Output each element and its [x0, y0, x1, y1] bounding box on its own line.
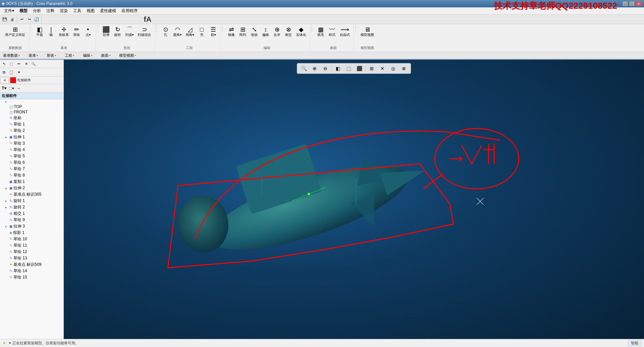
- menu-model[interactable]: 模型: [17, 7, 30, 14]
- menu-annotation[interactable]: 注释: [44, 7, 57, 14]
- tree-item-extrude2[interactable]: ▸ ◼ 拉伸 2: [0, 185, 63, 191]
- btn-intersect[interactable]: ⊗ 相交: [283, 26, 294, 38]
- btn-coord[interactable]: ✛ 坐标系: [57, 26, 71, 38]
- left-btn-delete[interactable]: ✕: [23, 60, 30, 67]
- dropdown-model-view[interactable]: 模型视图 ▾: [118, 52, 138, 59]
- vt-zoom-out[interactable]: ⊖: [321, 64, 330, 72]
- vt-zoom-in[interactable]: ⊕: [310, 64, 319, 72]
- left-btn-format[interactable]: ⬚▾: [8, 85, 15, 92]
- btn-offset[interactable]: ↕ 偏移: [260, 26, 271, 38]
- tree-item-sketch12[interactable]: ✎ 草绘 12: [0, 249, 63, 255]
- tree-item-front[interactable]: ◫ FRONT: [0, 109, 63, 115]
- btn-scale[interactable]: ⤡ 缩放: [249, 26, 260, 38]
- btn-sketch[interactable]: ✏ 草绘: [71, 26, 82, 38]
- dropdown-shape[interactable]: 形状 ▾: [45, 52, 58, 59]
- btn-extrude[interactable]: ⬛ 拉伸: [101, 26, 111, 38]
- tree-item-sketch10[interactable]: ✎ 草绘 10: [0, 236, 63, 242]
- left-btn-props[interactable]: 📋: [8, 69, 15, 76]
- regen-btn[interactable]: 🔄: [33, 16, 40, 23]
- close-button[interactable]: ✕: [636, 1, 641, 6]
- tree-item-unknown[interactable]: ▸ ···: [0, 99, 63, 104]
- vt-zoom-fit[interactable]: 🔍: [299, 64, 309, 72]
- tree-item-sketch8[interactable]: ✎ 草绘 8: [0, 172, 63, 179]
- feature-tree[interactable]: ▸ ··· ◫ TOP ◫ FRONT ✛ 坐标: [0, 99, 63, 347]
- dropdown-datum[interactable]: 基准数据 ▾: [1, 52, 21, 59]
- btn-pattern[interactable]: ⊞ 阵列: [237, 26, 248, 38]
- tree-item-sketch13[interactable]: ✎ 草绘 13: [0, 255, 63, 261]
- btn-point[interactable]: • 点▾: [83, 26, 93, 38]
- btn-solidify[interactable]: ◆ 实体化: [294, 26, 308, 38]
- left-btn-select[interactable]: ↖: [1, 60, 7, 67]
- menu-render[interactable]: 渲染: [57, 7, 71, 14]
- tree-item-sketch11[interactable]: ✎ 草绘 11: [0, 242, 63, 249]
- vt-orient[interactable]: ⊞: [367, 64, 376, 72]
- tree-item-datum305[interactable]: ✦ 基准点 标识305: [0, 191, 63, 198]
- tree-item-extrude1[interactable]: ▸ ◼ 拉伸 1: [0, 134, 63, 140]
- btn-shell[interactable]: □ 壳: [196, 26, 207, 38]
- btn-user-feature[interactable]: ⊞ 用户定义特征: [3, 26, 27, 38]
- dropdown-surface[interactable]: 曲面 ▾: [99, 52, 112, 59]
- btn-free-form[interactable]: ⟿ 自由式: [338, 26, 352, 38]
- vt-more[interactable]: ⊗: [399, 64, 409, 72]
- vt-repaint[interactable]: ◧: [333, 64, 342, 72]
- pen-size-input[interactable]: [1, 77, 9, 83]
- tree-item-sketch15[interactable]: ✎ 草绘 15: [0, 274, 63, 281]
- tree-item-sketch4[interactable]: ✎ 草绘 4: [0, 147, 63, 153]
- tree-item-sketch6[interactable]: ✎ 草绘 6: [0, 159, 63, 166]
- btn-merge[interactable]: ⊕ 合并: [272, 26, 282, 38]
- menu-view[interactable]: 视图: [84, 7, 97, 14]
- tree-item-revolve2[interactable]: ▸ ↻ 旋转 2: [0, 204, 63, 210]
- vt-shade[interactable]: ⬛: [355, 64, 364, 72]
- quick-print-btn[interactable]: 🖨: [9, 16, 15, 23]
- btn-fill[interactable]: ▦ 填充: [315, 26, 326, 38]
- tree-item-extrude3[interactable]: ▸ ◼ 拉伸 3: [0, 223, 63, 230]
- tree-item-sketch3[interactable]: ✎ 草绘 3: [0, 140, 63, 147]
- left-btn-star[interactable]: ✦: [15, 69, 22, 76]
- btn-axis[interactable]: | 轴: [46, 26, 56, 38]
- btn-style[interactable]: 〰 样式: [327, 26, 337, 38]
- menu-tools[interactable]: 工具: [71, 7, 84, 14]
- left-btn-fit[interactable]: ↔: [15, 85, 22, 92]
- tree-item-sketch9[interactable]: ✎ 草绘 9: [0, 217, 63, 223]
- btn-helical[interactable]: ⊃ 扫描混合: [136, 26, 153, 38]
- menu-file[interactable]: 文件▾: [1, 7, 17, 14]
- btn-hole[interactable]: ⊙ 孔: [160, 26, 171, 38]
- quick-save-btn[interactable]: 💾: [1, 16, 8, 23]
- tree-item-datum509[interactable]: ✦ 基准点 标识509: [0, 261, 63, 268]
- tree-item-copy1[interactable]: ◼ 复制 1: [0, 179, 63, 185]
- tree-item-coord[interactable]: ✛ 坐标: [0, 115, 63, 121]
- vt-section[interactable]: ✕: [378, 64, 387, 72]
- menu-analysis[interactable]: 分析: [30, 7, 44, 14]
- undo-btn[interactable]: ↩: [18, 16, 25, 23]
- tree-item-sketch14[interactable]: ✎ 草绘 14: [0, 268, 63, 274]
- tree-item-project1[interactable]: ◈ 投影 1: [0, 230, 63, 236]
- tree-item-sketch5[interactable]: ✎ 草绘 5: [0, 153, 63, 159]
- tree-item-top[interactable]: ◫ TOP: [0, 104, 63, 109]
- maximize-button[interactable]: □: [629, 1, 635, 6]
- btn-sweep[interactable]: ⌒ 扫描▾: [124, 26, 135, 38]
- left-btn-t[interactable]: T▾: [1, 85, 7, 92]
- vt-perspective[interactable]: ⬚: [344, 64, 353, 72]
- color-red[interactable]: [10, 77, 16, 83]
- btn-plane[interactable]: ◧ 平面: [34, 26, 45, 38]
- viewport[interactable]: 🔍 ⊕ ⊖ ◧ ⬚ ⬛ ⊞ ✕ ◎ ⊗: [64, 60, 644, 347]
- btn-chamfer[interactable]: ◿ 倒角▾: [184, 26, 196, 38]
- dropdown-engineering[interactable]: 工程 ▾: [63, 52, 76, 59]
- menu-flexible[interactable]: 柔性建模: [97, 7, 119, 14]
- btn-rib[interactable]: ☰ 筋▾: [208, 26, 219, 38]
- vt-appear[interactable]: ◎: [388, 64, 398, 72]
- minimize-button[interactable]: —: [623, 1, 628, 6]
- left-btn-paint[interactable]: ✏: [15, 60, 22, 67]
- dropdown-edit[interactable]: 编辑 ▾: [81, 52, 94, 59]
- btn-mirror[interactable]: ⇌ 镜像: [226, 26, 237, 38]
- tree-item-sketch2[interactable]: ✎ 草绘 2: [0, 128, 63, 134]
- btn-revolve[interactable]: ↻ 旋转: [112, 26, 123, 38]
- tree-item-sketch1[interactable]: ✎ 草绘 1: [0, 121, 63, 128]
- left-btn-search[interactable]: 🔍: [30, 60, 37, 67]
- tree-item-intersect1[interactable]: ⊕ 相交 1: [0, 210, 63, 217]
- left-btn-layer[interactable]: ⧉: [1, 69, 7, 76]
- tree-item-sketch7[interactable]: ✎ 草绘 7: [0, 166, 63, 172]
- btn-model-view[interactable]: 🖥 模型视图: [359, 26, 376, 38]
- dropdown-base[interactable]: 基准 ▾: [27, 52, 40, 59]
- menu-app[interactable]: 应用程序: [119, 7, 140, 14]
